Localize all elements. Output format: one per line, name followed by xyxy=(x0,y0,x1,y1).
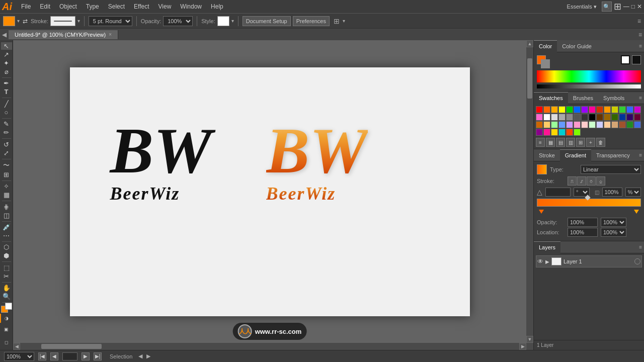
scroll-left-btn[interactable]: ◀ xyxy=(13,343,20,350)
stroke-angle-btn-3[interactable]: ⎏ xyxy=(587,176,596,186)
gradient-type-select[interactable]: Linear xyxy=(581,165,641,174)
swatch-item[interactable] xyxy=(589,121,596,128)
swatch-item[interactable] xyxy=(536,114,543,121)
warp-tool[interactable]: 〜 xyxy=(1,161,12,170)
swatch-large-icon[interactable]: ▥ xyxy=(566,138,575,147)
search-icon[interactable]: 🔍 xyxy=(602,2,612,12)
direct-selection-tool[interactable]: ↗ xyxy=(1,51,12,58)
status-arrow-right[interactable]: ▶ xyxy=(146,353,150,359)
swatch-item[interactable] xyxy=(634,114,641,121)
swatch-item[interactable] xyxy=(619,121,626,128)
artboard-tool[interactable]: ⬚ xyxy=(1,264,12,272)
gradient-mode-btn[interactable]: ◑ xyxy=(2,314,11,323)
bg-color-box[interactable] xyxy=(541,59,550,68)
swatch-item[interactable] xyxy=(574,129,581,136)
swatch-item[interactable] xyxy=(589,106,596,113)
swatch-item[interactable] xyxy=(611,114,618,121)
screen-mode-btn[interactable]: ⊞ xyxy=(614,1,621,12)
arrange-icon[interactable]: ⊞ xyxy=(334,17,340,25)
layer-expand-icon[interactable]: ▶ xyxy=(545,259,549,264)
swatch-item[interactable] xyxy=(596,121,603,128)
color-mode-btn[interactable]: ■ xyxy=(0,314,1,323)
zoom-select[interactable]: 100% xyxy=(4,352,34,361)
swatch-item[interactable] xyxy=(551,106,558,113)
swatch-item[interactable] xyxy=(536,106,543,113)
gradient-preview-swatch[interactable] xyxy=(537,164,547,174)
menu-type[interactable]: Type xyxy=(82,2,103,11)
new-swatch-group-icon[interactable]: ⊞ xyxy=(576,138,585,147)
layer-select-circle[interactable] xyxy=(634,258,640,264)
swatch-item[interactable] xyxy=(543,121,550,128)
swatch-medium-icon[interactable]: ▤ xyxy=(556,138,565,147)
maximize-btn[interactable]: □ xyxy=(631,3,635,10)
swatch-item[interactable] xyxy=(574,106,581,113)
swatch-item[interactable] xyxy=(596,106,603,113)
delete-swatch-icon[interactable]: 🗑 xyxy=(596,138,605,147)
swatch-item[interactable] xyxy=(574,121,581,128)
column-graph-tool[interactable]: ▦ xyxy=(1,191,12,199)
gradient-stop-left[interactable] xyxy=(539,210,544,214)
menu-edit[interactable]: Edit xyxy=(36,2,54,11)
swatch-item[interactable] xyxy=(611,121,618,128)
stroke-angle-btn-2[interactable]: ⎎ xyxy=(577,176,586,186)
location-input[interactable] xyxy=(568,228,598,237)
swatch-item[interactable] xyxy=(558,121,566,128)
stroke-angle-btn-4[interactable]: ⎐ xyxy=(596,176,605,186)
swatch-item[interactable] xyxy=(634,121,641,128)
next-page-btn[interactable]: ▶ xyxy=(82,352,90,360)
doc-setup-button[interactable]: Document Setup xyxy=(243,16,291,26)
swatch-item[interactable] xyxy=(543,129,550,136)
horizontal-scrollbar[interactable]: ◀ ▶ xyxy=(13,343,526,350)
swap-icon[interactable]: ⇄ xyxy=(23,18,28,25)
swatch-item[interactable] xyxy=(536,121,543,128)
color-spectrum-bar[interactable] xyxy=(537,70,641,82)
swatch-item[interactable] xyxy=(566,129,573,136)
eyedropper-tool[interactable]: 💉 xyxy=(1,223,12,231)
opacity-input[interactable] xyxy=(568,218,598,227)
gradient-stop-right[interactable] xyxy=(634,210,639,214)
stroke-preview[interactable] xyxy=(50,16,75,26)
minimize-btn[interactable]: — xyxy=(623,3,629,10)
swatch-small-icon[interactable]: ▦ xyxy=(546,138,555,147)
menu-window[interactable]: Window xyxy=(176,2,206,11)
brushes-tab[interactable]: Brushes xyxy=(568,92,598,104)
free-transform-tool[interactable]: ⊞ xyxy=(1,171,12,178)
slice-tool[interactable]: ✂ xyxy=(1,273,12,280)
transparency-tab[interactable]: Transparency xyxy=(591,149,635,161)
swatch-item[interactable] xyxy=(558,114,566,121)
white-swatch[interactable] xyxy=(621,55,630,64)
swatch-item[interactable] xyxy=(558,129,566,136)
panel-menu-icon[interactable]: ≡ xyxy=(636,31,644,38)
swatch-item[interactable] xyxy=(634,106,641,113)
aspect-input[interactable] xyxy=(602,188,622,197)
magic-wand-tool[interactable]: ✦ xyxy=(1,59,12,67)
gradient-tab[interactable]: Gradient xyxy=(560,149,591,161)
swatch-item[interactable] xyxy=(626,121,633,128)
swatch-item[interactable] xyxy=(551,121,558,128)
live-paint-selection[interactable]: ⬢ xyxy=(1,252,12,259)
normal-screen-btn[interactable]: □ xyxy=(0,325,1,334)
menu-file[interactable]: File xyxy=(17,2,35,11)
swatch-item[interactable] xyxy=(543,114,550,121)
swatch-item[interactable] xyxy=(581,121,588,128)
swatch-item[interactable] xyxy=(589,114,596,121)
blend-tool[interactable]: ⋯ xyxy=(1,232,12,239)
layer-visibility-icon[interactable]: 👁 xyxy=(537,258,543,265)
aspect-unit-select[interactable]: % xyxy=(625,188,641,197)
preferences-button[interactable]: Preferences xyxy=(293,16,330,26)
swatch-item[interactable] xyxy=(604,121,611,128)
full-screen-menu-btn[interactable]: ▣ xyxy=(2,325,11,334)
menu-select[interactable]: Select xyxy=(104,2,129,11)
scale-tool[interactable]: ⤢ xyxy=(1,149,12,157)
paintbrush-tool[interactable]: ✎ xyxy=(1,120,12,128)
scroll-right-btn[interactable]: ▶ xyxy=(519,343,526,350)
lasso-tool[interactable]: ⌀ xyxy=(1,68,12,75)
style-swatch[interactable] xyxy=(217,16,229,26)
pen-tool[interactable]: ✒ xyxy=(1,79,12,87)
mesh-tool[interactable]: ⋕ xyxy=(1,203,12,211)
scroll-down-btn[interactable]: ▼ xyxy=(526,336,533,343)
h-scroll-thumb[interactable] xyxy=(41,344,102,349)
color-panel-collapse[interactable]: ≡ xyxy=(639,43,642,49)
symbols-tab[interactable]: Symbols xyxy=(598,92,629,104)
selection-tool[interactable]: ↖ xyxy=(1,42,12,50)
